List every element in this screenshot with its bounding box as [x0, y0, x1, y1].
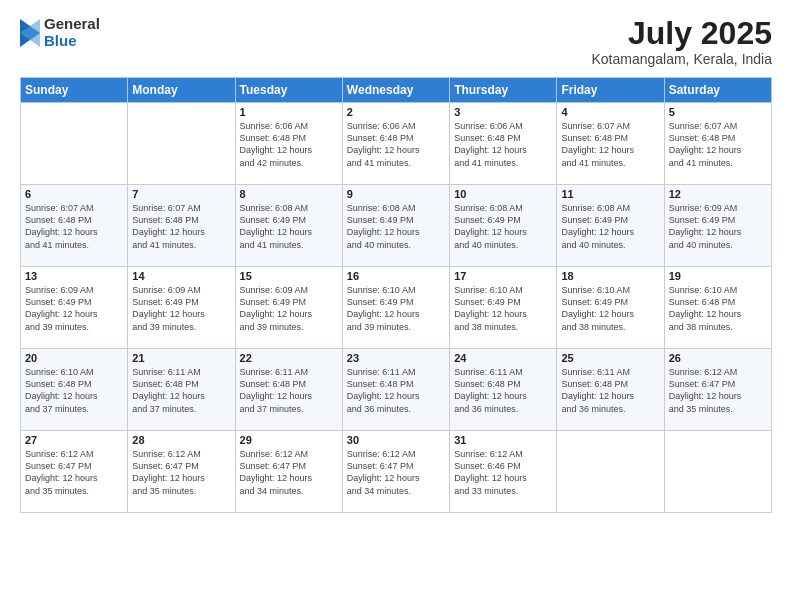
day-info: Sunrise: 6:09 AM Sunset: 6:49 PM Dayligh… [240, 284, 338, 333]
logo-icon [20, 19, 40, 47]
day-info: Sunrise: 6:10 AM Sunset: 6:49 PM Dayligh… [454, 284, 552, 333]
day-info: Sunrise: 6:08 AM Sunset: 6:49 PM Dayligh… [454, 202, 552, 251]
title-block: July 2025 Kotamangalam, Kerala, India [591, 16, 772, 67]
calendar-cell [557, 431, 664, 513]
day-number: 12 [669, 188, 767, 200]
day-info: Sunrise: 6:10 AM Sunset: 6:49 PM Dayligh… [561, 284, 659, 333]
calendar-week-row: 13Sunrise: 6:09 AM Sunset: 6:49 PM Dayli… [21, 267, 772, 349]
day-number: 23 [347, 352, 445, 364]
calendar-cell: 10Sunrise: 6:08 AM Sunset: 6:49 PM Dayli… [450, 185, 557, 267]
day-info: Sunrise: 6:12 AM Sunset: 6:46 PM Dayligh… [454, 448, 552, 497]
logo-text: General Blue [44, 16, 100, 49]
calendar-cell: 23Sunrise: 6:11 AM Sunset: 6:48 PM Dayli… [342, 349, 449, 431]
day-info: Sunrise: 6:12 AM Sunset: 6:47 PM Dayligh… [240, 448, 338, 497]
location: Kotamangalam, Kerala, India [591, 51, 772, 67]
day-info: Sunrise: 6:09 AM Sunset: 6:49 PM Dayligh… [25, 284, 123, 333]
day-info: Sunrise: 6:11 AM Sunset: 6:48 PM Dayligh… [561, 366, 659, 415]
calendar-week-row: 20Sunrise: 6:10 AM Sunset: 6:48 PM Dayli… [21, 349, 772, 431]
day-info: Sunrise: 6:11 AM Sunset: 6:48 PM Dayligh… [454, 366, 552, 415]
calendar-cell: 17Sunrise: 6:10 AM Sunset: 6:49 PM Dayli… [450, 267, 557, 349]
day-info: Sunrise: 6:12 AM Sunset: 6:47 PM Dayligh… [669, 366, 767, 415]
calendar-cell: 8Sunrise: 6:08 AM Sunset: 6:49 PM Daylig… [235, 185, 342, 267]
calendar-week-row: 6Sunrise: 6:07 AM Sunset: 6:48 PM Daylig… [21, 185, 772, 267]
day-info: Sunrise: 6:07 AM Sunset: 6:48 PM Dayligh… [132, 202, 230, 251]
day-number: 8 [240, 188, 338, 200]
calendar-cell: 24Sunrise: 6:11 AM Sunset: 6:48 PM Dayli… [450, 349, 557, 431]
calendar-cell: 18Sunrise: 6:10 AM Sunset: 6:49 PM Dayli… [557, 267, 664, 349]
logo-blue-text: Blue [44, 33, 100, 50]
calendar-cell: 28Sunrise: 6:12 AM Sunset: 6:47 PM Dayli… [128, 431, 235, 513]
day-header-saturday: Saturday [664, 78, 771, 103]
day-number: 6 [25, 188, 123, 200]
day-number: 24 [454, 352, 552, 364]
day-info: Sunrise: 6:11 AM Sunset: 6:48 PM Dayligh… [240, 366, 338, 415]
day-number: 4 [561, 106, 659, 118]
calendar-cell: 27Sunrise: 6:12 AM Sunset: 6:47 PM Dayli… [21, 431, 128, 513]
day-number: 25 [561, 352, 659, 364]
day-number: 16 [347, 270, 445, 282]
day-info: Sunrise: 6:12 AM Sunset: 6:47 PM Dayligh… [25, 448, 123, 497]
day-info: Sunrise: 6:08 AM Sunset: 6:49 PM Dayligh… [561, 202, 659, 251]
calendar-week-row: 1Sunrise: 6:06 AM Sunset: 6:48 PM Daylig… [21, 103, 772, 185]
day-number: 2 [347, 106, 445, 118]
day-number: 17 [454, 270, 552, 282]
day-header-wednesday: Wednesday [342, 78, 449, 103]
day-number: 5 [669, 106, 767, 118]
calendar-cell: 30Sunrise: 6:12 AM Sunset: 6:47 PM Dayli… [342, 431, 449, 513]
calendar-cell [128, 103, 235, 185]
day-number: 14 [132, 270, 230, 282]
calendar-cell: 1Sunrise: 6:06 AM Sunset: 6:48 PM Daylig… [235, 103, 342, 185]
page: General Blue July 2025 Kotamangalam, Ker… [0, 0, 792, 612]
day-info: Sunrise: 6:10 AM Sunset: 6:49 PM Dayligh… [347, 284, 445, 333]
logo-general-text: General [44, 16, 100, 33]
calendar-week-row: 27Sunrise: 6:12 AM Sunset: 6:47 PM Dayli… [21, 431, 772, 513]
calendar-cell [664, 431, 771, 513]
calendar-cell: 15Sunrise: 6:09 AM Sunset: 6:49 PM Dayli… [235, 267, 342, 349]
day-number: 15 [240, 270, 338, 282]
day-info: Sunrise: 6:12 AM Sunset: 6:47 PM Dayligh… [132, 448, 230, 497]
day-number: 30 [347, 434, 445, 446]
day-info: Sunrise: 6:10 AM Sunset: 6:48 PM Dayligh… [25, 366, 123, 415]
month-year: July 2025 [591, 16, 772, 51]
day-info: Sunrise: 6:09 AM Sunset: 6:49 PM Dayligh… [132, 284, 230, 333]
day-info: Sunrise: 6:08 AM Sunset: 6:49 PM Dayligh… [347, 202, 445, 251]
day-number: 1 [240, 106, 338, 118]
day-number: 3 [454, 106, 552, 118]
day-info: Sunrise: 6:11 AM Sunset: 6:48 PM Dayligh… [347, 366, 445, 415]
day-number: 9 [347, 188, 445, 200]
header: General Blue July 2025 Kotamangalam, Ker… [20, 16, 772, 67]
calendar-cell: 2Sunrise: 6:06 AM Sunset: 6:48 PM Daylig… [342, 103, 449, 185]
calendar-cell: 3Sunrise: 6:06 AM Sunset: 6:48 PM Daylig… [450, 103, 557, 185]
day-info: Sunrise: 6:09 AM Sunset: 6:49 PM Dayligh… [669, 202, 767, 251]
day-number: 31 [454, 434, 552, 446]
day-info: Sunrise: 6:11 AM Sunset: 6:48 PM Dayligh… [132, 366, 230, 415]
day-number: 10 [454, 188, 552, 200]
calendar-cell: 6Sunrise: 6:07 AM Sunset: 6:48 PM Daylig… [21, 185, 128, 267]
calendar-header-row: SundayMondayTuesdayWednesdayThursdayFrid… [21, 78, 772, 103]
logo: General Blue [20, 16, 100, 49]
day-info: Sunrise: 6:07 AM Sunset: 6:48 PM Dayligh… [561, 120, 659, 169]
day-number: 18 [561, 270, 659, 282]
day-info: Sunrise: 6:06 AM Sunset: 6:48 PM Dayligh… [454, 120, 552, 169]
calendar-cell: 5Sunrise: 6:07 AM Sunset: 6:48 PM Daylig… [664, 103, 771, 185]
day-info: Sunrise: 6:10 AM Sunset: 6:48 PM Dayligh… [669, 284, 767, 333]
calendar-cell: 12Sunrise: 6:09 AM Sunset: 6:49 PM Dayli… [664, 185, 771, 267]
calendar-cell: 7Sunrise: 6:07 AM Sunset: 6:48 PM Daylig… [128, 185, 235, 267]
day-number: 13 [25, 270, 123, 282]
calendar-cell: 31Sunrise: 6:12 AM Sunset: 6:46 PM Dayli… [450, 431, 557, 513]
day-number: 20 [25, 352, 123, 364]
calendar-cell: 11Sunrise: 6:08 AM Sunset: 6:49 PM Dayli… [557, 185, 664, 267]
calendar-cell: 20Sunrise: 6:10 AM Sunset: 6:48 PM Dayli… [21, 349, 128, 431]
calendar-cell: 21Sunrise: 6:11 AM Sunset: 6:48 PM Dayli… [128, 349, 235, 431]
day-number: 26 [669, 352, 767, 364]
calendar-cell: 4Sunrise: 6:07 AM Sunset: 6:48 PM Daylig… [557, 103, 664, 185]
calendar-cell: 26Sunrise: 6:12 AM Sunset: 6:47 PM Dayli… [664, 349, 771, 431]
calendar-cell: 25Sunrise: 6:11 AM Sunset: 6:48 PM Dayli… [557, 349, 664, 431]
day-header-sunday: Sunday [21, 78, 128, 103]
day-header-monday: Monday [128, 78, 235, 103]
calendar-cell: 19Sunrise: 6:10 AM Sunset: 6:48 PM Dayli… [664, 267, 771, 349]
calendar-cell: 14Sunrise: 6:09 AM Sunset: 6:49 PM Dayli… [128, 267, 235, 349]
day-number: 11 [561, 188, 659, 200]
day-number: 21 [132, 352, 230, 364]
day-header-tuesday: Tuesday [235, 78, 342, 103]
